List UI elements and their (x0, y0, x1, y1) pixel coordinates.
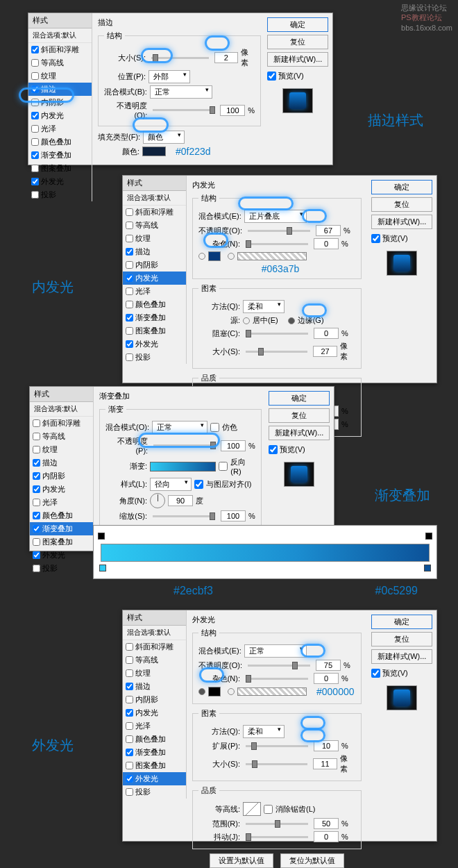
style-check[interactable] (33, 565, 40, 572)
style-check[interactable] (33, 538, 40, 546)
style-item-6[interactable]: 光泽 (123, 285, 186, 298)
style-item-0[interactable]: 斜面和浮雕 (123, 640, 186, 653)
style-check[interactable] (126, 314, 133, 322)
style-check[interactable] (126, 788, 133, 796)
reset-button[interactable]: 复位 (269, 408, 330, 423)
style-item-4[interactable]: 内阴影 (123, 258, 186, 272)
style-item-9[interactable]: 图案叠加 (28, 162, 92, 175)
go-style-dropdown[interactable]: 径向 (150, 478, 192, 491)
style-check[interactable] (31, 46, 39, 53)
ig-blend-dropdown[interactable]: 正片叠底 (244, 210, 307, 223)
style-check[interactable] (33, 419, 40, 427)
style-check[interactable] (126, 222, 133, 229)
style-check[interactable] (31, 178, 39, 185)
style-check[interactable] (126, 775, 133, 783)
reset-default-button[interactable]: 复位为默认值 (280, 853, 344, 868)
style-check[interactable] (33, 433, 40, 440)
og-opacity-input[interactable]: 75 (316, 660, 341, 671)
style-check[interactable] (31, 165, 39, 172)
style-item-9[interactable]: 图案叠加 (30, 535, 93, 549)
gradient-bar[interactable] (101, 544, 430, 562)
og-size-input[interactable]: 11 (313, 758, 338, 769)
preview-checkbox[interactable] (267, 72, 276, 81)
set-default-button[interactable]: 设置为默认值 (210, 853, 273, 868)
og-grad-bar[interactable] (237, 687, 307, 696)
style-check[interactable] (31, 138, 39, 146)
style-check[interactable] (126, 235, 133, 242)
source-edge-radio[interactable] (288, 317, 295, 324)
style-item-8[interactable]: 渐变叠加 (30, 522, 93, 535)
style-check[interactable] (33, 551, 40, 559)
ig-color-radio[interactable] (198, 253, 205, 260)
style-item-1[interactable]: 等高线 (30, 430, 93, 443)
style-item-4[interactable]: 内阴影 (123, 693, 186, 706)
style-check[interactable] (33, 472, 40, 480)
style-check[interactable] (31, 125, 39, 133)
ig-size-input[interactable]: 27 (313, 346, 338, 357)
style-check[interactable] (126, 683, 133, 690)
style-item-0[interactable]: 斜面和浮雕 (30, 417, 93, 430)
style-item-6[interactable]: 光泽 (123, 719, 186, 733)
new-style-button[interactable]: 新建样式(W)... (267, 52, 328, 67)
style-check[interactable] (33, 459, 40, 467)
style-item-8[interactable]: 渐变叠加 (123, 746, 186, 759)
style-item-7[interactable]: 颜色叠加 (28, 135, 92, 149)
style-item-2[interactable]: 纹理 (28, 69, 92, 83)
style-check[interactable] (126, 722, 133, 730)
new-style-button[interactable]: 新建样式(W)... (371, 215, 432, 229)
style-check[interactable] (126, 208, 133, 216)
style-check[interactable] (33, 525, 40, 533)
reset-button[interactable]: 复位 (371, 632, 432, 646)
ok-button[interactable]: 确定 (371, 615, 432, 629)
ig-method-dropdown[interactable]: 柔和 (243, 300, 285, 313)
style-check[interactable] (31, 85, 39, 93)
style-check[interactable] (126, 696, 133, 703)
ig-noise-input[interactable]: 0 (314, 238, 339, 249)
style-item-8[interactable]: 渐变叠加 (28, 149, 92, 162)
style-check[interactable] (126, 656, 133, 664)
style-check[interactable] (126, 301, 133, 308)
style-item-10[interactable]: 外发光 (123, 772, 186, 785)
style-item-0[interactable]: 斜面和浮雕 (123, 206, 186, 219)
opacity-slider[interactable] (153, 109, 214, 111)
style-check[interactable] (126, 248, 133, 256)
reset-button[interactable]: 复位 (371, 197, 432, 212)
style-item-5[interactable]: 内发光 (30, 483, 93, 496)
source-center-radio[interactable] (243, 317, 250, 324)
og-blend-dropdown[interactable]: 正常 (244, 644, 307, 658)
ig-grad-bar[interactable] (237, 252, 307, 260)
style-item-1[interactable]: 等高线 (123, 653, 186, 667)
style-item-7[interactable]: 颜色叠加 (123, 733, 186, 746)
style-check[interactable] (31, 151, 39, 159)
angle-dial[interactable] (150, 493, 165, 508)
style-item-1[interactable]: 等高线 (28, 56, 92, 69)
align-check[interactable] (194, 480, 203, 489)
style-item-1[interactable]: 等高线 (123, 219, 186, 232)
style-check[interactable] (31, 112, 39, 119)
style-check[interactable] (126, 643, 133, 651)
style-item-0[interactable]: 斜面和浮雕 (28, 43, 92, 56)
color-stop-left[interactable] (99, 565, 106, 571)
ok-button[interactable]: 确定 (267, 17, 328, 32)
ig-opacity-slider[interactable] (248, 230, 310, 232)
new-style-button[interactable]: 新建样式(W)... (269, 426, 330, 440)
style-item-5[interactable]: 内发光 (123, 272, 186, 285)
style-item-11[interactable]: 投影 (30, 562, 93, 575)
filltype-dropdown[interactable]: 颜色 (143, 131, 185, 144)
style-item-5[interactable]: 内发光 (28, 109, 92, 122)
ok-button[interactable]: 确定 (269, 391, 330, 406)
style-item-11[interactable]: 投影 (123, 785, 186, 799)
blend-dropdown[interactable]: 正常 (150, 85, 212, 99)
og-method-dropdown[interactable]: 柔和 (243, 725, 285, 738)
style-check[interactable] (126, 749, 133, 756)
og-spread-input[interactable]: 10 (314, 740, 339, 751)
style-check[interactable] (126, 762, 133, 769)
reverse-check[interactable] (219, 462, 228, 471)
og-color-swatch[interactable] (208, 687, 221, 696)
style-check[interactable] (126, 353, 133, 361)
style-item-9[interactable]: 图案叠加 (123, 324, 186, 337)
style-check[interactable] (31, 72, 39, 80)
ig-size-slider[interactable] (246, 351, 307, 353)
ig-color-swatch[interactable] (208, 251, 221, 261)
position-dropdown[interactable]: 外部 (149, 70, 190, 83)
